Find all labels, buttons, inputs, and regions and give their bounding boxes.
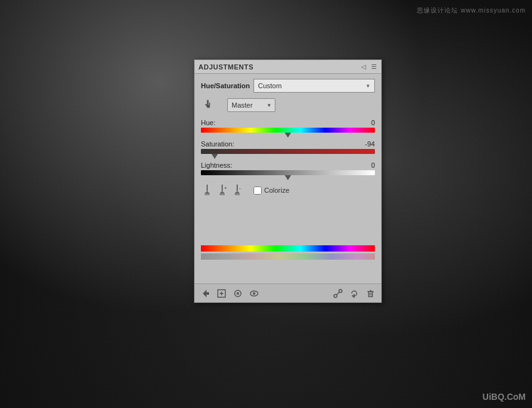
svg-marker-1 bbox=[205, 191, 210, 193]
svg-rect-22 bbox=[369, 292, 372, 297]
preset-dropdown-arrow: ▼ bbox=[366, 83, 371, 89]
eyedropper-icon[interactable] bbox=[201, 184, 213, 196]
svg-rect-3 bbox=[222, 185, 223, 191]
svg-line-21 bbox=[337, 292, 340, 295]
colorize-row: + - Colorize bbox=[201, 184, 375, 196]
saturation-track bbox=[201, 149, 375, 154]
eyedropper-add-icon[interactable]: + bbox=[216, 184, 228, 196]
saturation-slider-row: Saturation: -94 bbox=[201, 140, 375, 158]
panel-title-bar: ADJUSTMENTS ◁ ☰ bbox=[195, 60, 381, 74]
toolbar-left bbox=[198, 287, 261, 300]
saturation-track-container[interactable] bbox=[201, 149, 375, 158]
panel-content: Hue/Saturation Custom ▼ Master Reds bbox=[195, 74, 381, 283]
colorize-checkbox[interactable] bbox=[253, 186, 262, 195]
empty-area bbox=[201, 201, 375, 239]
svg-text:-: - bbox=[239, 185, 241, 191]
spectrum-rainbow-bar bbox=[201, 245, 375, 252]
watermark-top: 思缘设计论坛 www.missyuan.com bbox=[417, 6, 526, 15]
colorize-label[interactable]: Colorize bbox=[264, 186, 289, 194]
svg-rect-5 bbox=[220, 193, 225, 195]
svg-marker-8 bbox=[235, 191, 240, 193]
clip-button[interactable] bbox=[331, 287, 345, 300]
preset-dropdown-wrapper: Custom ▼ bbox=[253, 79, 375, 93]
lightness-track bbox=[201, 170, 375, 175]
master-dropdown-wrapper: Master Reds Yellows Greens Cyans Blues M… bbox=[227, 98, 275, 112]
saturation-label: Saturation: bbox=[201, 140, 234, 148]
reset-button[interactable] bbox=[347, 287, 361, 300]
svg-rect-2 bbox=[205, 193, 210, 195]
svg-marker-4 bbox=[220, 191, 225, 193]
preset-dropdown[interactable]: Custom ▼ bbox=[253, 79, 375, 93]
saturation-value: -94 bbox=[356, 140, 375, 148]
hue-track bbox=[201, 128, 375, 133]
lightness-value: 0 bbox=[356, 161, 375, 169]
bottom-toolbar bbox=[195, 283, 381, 302]
svg-point-16 bbox=[237, 292, 239, 295]
hue-value: 0 bbox=[356, 119, 375, 126]
panel-menu-icon[interactable]: ☰ bbox=[370, 63, 377, 71]
new-layer-button[interactable] bbox=[215, 287, 228, 300]
eye-button[interactable] bbox=[247, 287, 261, 300]
hand-tool-icon[interactable] bbox=[201, 98, 216, 113]
watermark-bottom: UiBQ.CoM bbox=[483, 392, 526, 402]
hue-label-row: Hue: 0 bbox=[201, 119, 375, 126]
saturation-label-row: Saturation: -94 bbox=[201, 140, 375, 148]
svg-rect-7 bbox=[237, 185, 238, 191]
hue-thumb[interactable] bbox=[285, 133, 291, 138]
svg-marker-11 bbox=[203, 290, 209, 297]
adjustments-panel: ADJUSTMENTS ◁ ☰ Hue/Saturation Custom ▼ bbox=[194, 59, 382, 303]
hue-saturation-row: Hue/Saturation Custom ▼ bbox=[201, 79, 375, 93]
delete-button[interactable] bbox=[364, 287, 377, 300]
svg-rect-9 bbox=[235, 193, 240, 195]
title-bar-left: ADJUSTMENTS bbox=[198, 63, 253, 71]
panel-title: ADJUSTMENTS bbox=[198, 63, 253, 71]
spacer bbox=[201, 266, 375, 278]
eyedropper-subtract-icon[interactable]: - bbox=[231, 184, 243, 196]
toolbar-right bbox=[331, 287, 377, 300]
saturation-thumb[interactable] bbox=[212, 154, 218, 159]
minimize-button[interactable]: ◁ bbox=[360, 63, 367, 71]
hue-saturation-label: Hue/Saturation bbox=[201, 82, 250, 89]
lightness-label-row: Lightness: 0 bbox=[201, 161, 375, 169]
svg-point-18 bbox=[253, 292, 255, 295]
eyedropper-group: + - bbox=[201, 184, 243, 196]
master-dropdown[interactable]: Master Reds Yellows Greens Cyans Blues M… bbox=[227, 98, 275, 112]
svg-text:+: + bbox=[224, 185, 227, 191]
lightness-slider-row: Lightness: 0 bbox=[201, 161, 375, 179]
lightness-label: Lightness: bbox=[201, 161, 232, 169]
tool-row: Master Reds Yellows Greens Cyans Blues M… bbox=[201, 98, 375, 113]
hue-slider-row: Hue: 0 bbox=[201, 119, 375, 136]
lightness-thumb[interactable] bbox=[285, 175, 291, 180]
title-bar-right: ◁ ☰ bbox=[360, 63, 377, 71]
colorize-checkbox-row: Colorize bbox=[253, 186, 289, 195]
hue-track-container[interactable] bbox=[201, 128, 375, 136]
preset-value: Custom bbox=[258, 82, 282, 89]
back-button[interactable] bbox=[198, 287, 212, 300]
hue-label: Hue: bbox=[201, 119, 215, 126]
spectrum-output-bar bbox=[201, 253, 375, 260]
lightness-track-container[interactable] bbox=[201, 170, 375, 179]
svg-rect-0 bbox=[207, 185, 208, 191]
hand-icon-svg bbox=[202, 99, 215, 111]
visibility-button[interactable] bbox=[231, 287, 245, 300]
spectrum-section bbox=[201, 245, 375, 260]
